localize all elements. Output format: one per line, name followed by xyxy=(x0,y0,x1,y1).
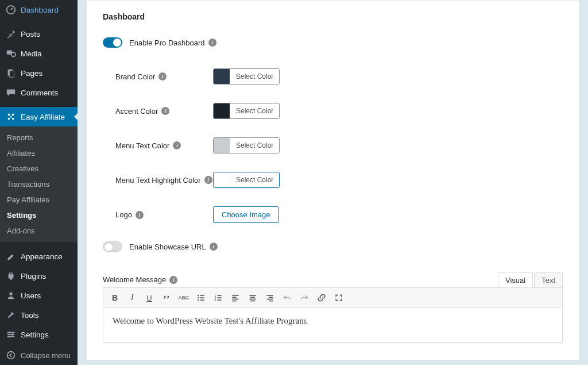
collapse-menu[interactable]: Collapse menu xyxy=(0,345,78,365)
enable-showcase-toggle[interactable] xyxy=(103,241,122,252)
redo-button[interactable] xyxy=(296,290,312,305)
brand-color-row: Brand Color i Select Color xyxy=(115,68,563,84)
editor-content[interactable]: Welcome to WordPress Website Test's Affi… xyxy=(103,308,563,343)
strikethrough-button[interactable]: ABC xyxy=(176,290,192,305)
sidebar-item-settings[interactable]: Settings xyxy=(0,325,78,344)
align-center-button[interactable] xyxy=(245,290,261,305)
sidebar-item-posts[interactable]: Posts xyxy=(0,24,78,44)
info-icon[interactable]: i xyxy=(204,176,212,184)
sidebar-item-pages[interactable]: Pages xyxy=(0,63,78,83)
sidebar-item-easy-affiliate[interactable]: Easy Affiliate xyxy=(0,107,78,126)
svg-rect-40 xyxy=(269,301,273,302)
svg-rect-24 xyxy=(217,295,221,296)
numbered-list-button[interactable]: 123 xyxy=(210,290,226,305)
submenu-item-transactions[interactable]: Transactions xyxy=(0,176,78,192)
svg-rect-33 xyxy=(249,295,256,296)
sidebar-item-comments[interactable]: Comments xyxy=(0,83,78,102)
panel-title: Dashboard xyxy=(103,12,563,21)
settings-icon xyxy=(6,329,16,340)
select-color-button[interactable]: Select Color xyxy=(230,103,279,118)
svg-rect-31 xyxy=(232,299,238,300)
info-icon[interactable]: i xyxy=(169,276,177,284)
nav-label: Media xyxy=(21,49,42,58)
svg-point-21 xyxy=(198,299,199,301)
submenu-item-creatives[interactable]: Creatives xyxy=(0,161,78,176)
blockquote-button[interactable] xyxy=(158,290,175,305)
sidebar-item-appearance[interactable]: Appearance xyxy=(0,247,78,266)
brand-color-label: Brand Color i xyxy=(115,72,213,81)
sidebar-item-tools[interactable]: Tools xyxy=(0,305,78,325)
nav-label: Comments xyxy=(21,89,58,97)
menu-text-color-picker[interactable]: Select Color xyxy=(213,137,280,153)
dashboard-icon xyxy=(6,5,16,15)
svg-rect-37 xyxy=(266,295,273,296)
info-icon[interactable]: i xyxy=(161,107,169,115)
accent-color-picker[interactable]: Select Color xyxy=(213,103,280,119)
tab-text[interactable]: Text xyxy=(534,272,563,287)
color-swatch[interactable] xyxy=(214,172,230,187)
logo-label: Logo i xyxy=(115,210,213,219)
underline-button[interactable]: U xyxy=(141,290,157,305)
nav-label: Appearance xyxy=(21,252,63,261)
svg-point-14 xyxy=(11,333,14,336)
align-right-button[interactable] xyxy=(262,290,278,305)
info-icon[interactable]: i xyxy=(136,211,144,219)
sidebar-item-plugins[interactable]: Plugins xyxy=(0,266,78,286)
svg-rect-4 xyxy=(9,71,14,77)
menu-text-highlight-picker[interactable]: Select Color xyxy=(213,172,280,188)
link-button[interactable] xyxy=(314,290,330,305)
collapse-label: Collapse menu xyxy=(21,351,71,360)
sidebar-item-users[interactable]: Users xyxy=(0,286,78,305)
undo-button[interactable] xyxy=(279,290,295,305)
submenu-item-affiliates[interactable]: Affiliates xyxy=(0,145,78,161)
bold-button[interactable]: B xyxy=(107,290,123,305)
info-icon[interactable]: i xyxy=(173,141,181,149)
plugins-icon xyxy=(6,271,16,281)
menu-text-color-label: Menu Text Color i xyxy=(115,141,213,150)
fullscreen-button[interactable] xyxy=(331,290,347,305)
logo-row: Logo i Choose Image xyxy=(115,206,563,223)
main-content: Dashboard Enable Pro Dashboard i Brand C… xyxy=(78,0,588,365)
enable-pro-toggle[interactable] xyxy=(103,37,122,48)
select-color-button[interactable]: Select Color xyxy=(230,172,279,187)
info-icon[interactable]: i xyxy=(208,39,216,47)
svg-rect-22 xyxy=(200,299,204,301)
menu-text-highlight-row: Menu Text Highlight Color i Select Color xyxy=(115,172,563,188)
svg-point-13 xyxy=(9,332,11,334)
brand-color-picker[interactable]: Select Color xyxy=(213,68,280,84)
sidebar-item-dashboard[interactable]: Dashboard xyxy=(0,0,78,20)
enable-showcase-row: Enable Showcase URL i xyxy=(103,241,563,252)
info-icon[interactable]: i xyxy=(210,243,218,251)
submenu-item-pay-affiliates[interactable]: Pay Affiliates xyxy=(0,192,78,208)
svg-rect-34 xyxy=(250,297,255,298)
enable-pro-row: Enable Pro Dashboard i xyxy=(103,37,563,48)
welcome-message-label: Welcome Message i xyxy=(103,275,177,284)
svg-rect-38 xyxy=(269,297,273,298)
comments-icon xyxy=(6,87,16,98)
bullet-list-button[interactable] xyxy=(193,290,209,305)
sidebar-item-media[interactable]: Media xyxy=(0,44,78,63)
submenu-item-reports[interactable]: Reports xyxy=(0,130,78,145)
svg-point-16 xyxy=(7,352,15,359)
color-swatch[interactable] xyxy=(214,69,230,84)
editor-toolbar: B I U ABC 123 xyxy=(103,287,563,308)
svg-point-19 xyxy=(198,297,199,298)
submenu-item-settings[interactable]: Settings xyxy=(0,208,78,223)
italic-button[interactable]: I xyxy=(124,290,140,305)
select-color-button[interactable]: Select Color xyxy=(230,69,279,84)
color-swatch[interactable] xyxy=(214,138,230,153)
submenu-easy-affiliate: Reports Affiliates Creatives Transaction… xyxy=(0,126,78,242)
svg-point-2 xyxy=(11,52,16,56)
submenu-item-addons[interactable]: Add-ons xyxy=(0,223,78,239)
info-icon[interactable]: i xyxy=(158,72,167,80)
nav-label: Dashboard xyxy=(21,6,59,14)
svg-rect-30 xyxy=(232,297,236,298)
choose-image-button[interactable]: Choose Image xyxy=(213,206,279,223)
nav-label: Posts xyxy=(21,30,40,39)
select-color-button[interactable]: Select Color xyxy=(230,138,279,153)
color-swatch[interactable] xyxy=(214,103,230,118)
nav-label: Easy Affiliate xyxy=(21,113,65,121)
pages-icon xyxy=(6,68,16,78)
align-left-button[interactable] xyxy=(227,290,243,305)
tab-visual[interactable]: Visual xyxy=(498,272,533,287)
